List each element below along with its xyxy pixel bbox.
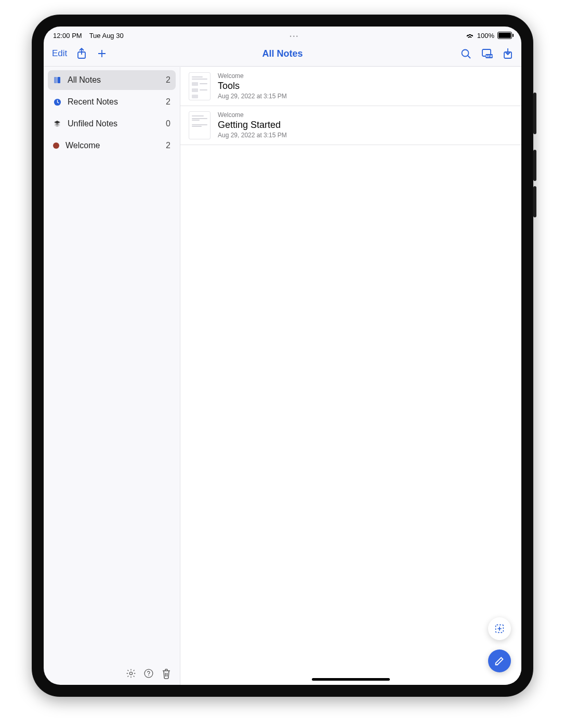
sidebar-item-label: All Notes [68,75,101,85]
sidebar-footer [44,662,180,685]
book-icon [53,76,61,84]
note-badge-icon[interactable]: NEW [481,48,493,59]
note-title: Getting Started [218,120,287,131]
multitask-dots-icon[interactable]: ••• [124,34,466,39]
svg-point-9 [129,672,132,674]
page-title: All Notes [125,48,440,59]
sidebar-item-count: 2 [166,141,170,150]
hw-button [533,93,536,134]
share-icon[interactable] [76,48,87,59]
svg-point-1 [462,50,469,57]
note-thumbnail [189,72,211,100]
status-bar: 12:00 PM Tue Aug 30 ••• 100% [44,27,521,41]
svg-rect-6 [54,77,57,83]
status-time: 12:00 PM [53,32,82,40]
search-icon[interactable] [460,48,471,59]
status-date: Tue Aug 30 [89,32,124,40]
note-title: Tools [218,81,287,92]
sidebar-item-all-notes[interactable]: All Notes2 [48,70,176,90]
edit-button[interactable]: Edit [52,48,67,59]
new-folder-icon[interactable] [96,48,108,59]
home-indicator[interactable] [312,678,390,681]
svg-point-10 [144,669,153,678]
sidebar-item-count: 0 [166,119,170,128]
sidebar-item-label: Recent Notes [68,97,118,107]
hw-button [533,150,536,181]
note-category: Welcome [218,72,287,80]
svg-point-11 [148,675,149,676]
note-row[interactable]: WelcomeToolsAug 29, 2022 at 3:15 PM [180,67,521,106]
sidebar: All Notes2Recent Notes2Unfiled Notes0Wel… [44,67,180,685]
sidebar-item-label: Welcome [65,141,100,150]
stack-icon [53,120,61,128]
note-thumbnail [189,111,211,139]
help-icon[interactable] [143,668,154,679]
ipad-frame: 12:00 PM Tue Aug 30 ••• 100% Edit [32,15,533,697]
sidebar-item-count: 2 [166,75,170,85]
note-date: Aug 29, 2022 at 3:15 PM [218,132,287,139]
compose-button[interactable] [488,649,511,672]
battery-icon [497,32,512,39]
screen: 12:00 PM Tue Aug 30 ••• 100% Edit [44,27,521,685]
svg-rect-7 [58,77,61,83]
sidebar-item-count: 2 [166,97,170,107]
note-date: Aug 29, 2022 at 3:15 PM [218,93,287,100]
trash-icon[interactable] [161,668,172,679]
clock-icon [53,98,61,106]
sidebar-item-unfiled-notes[interactable]: Unfiled Notes0 [48,114,176,134]
battery-percent: 100% [477,32,494,40]
import-icon[interactable] [503,48,513,59]
hw-button [533,186,536,217]
sidebar-item-label: Unfiled Notes [68,119,117,128]
sidebar-item-welcome[interactable]: Welcome2 [48,136,176,155]
note-row[interactable]: WelcomeGetting StartedAug 29, 2022 at 3:… [180,106,521,145]
toolbar: Edit All Notes [44,41,521,67]
note-category: Welcome [218,111,287,119]
svg-text:NEW: NEW [486,55,493,58]
category-dot-icon [53,142,59,149]
gear-icon[interactable] [126,668,136,679]
note-list-pane: WelcomeToolsAug 29, 2022 at 3:15 PMWelco… [180,67,521,685]
select-region-button[interactable] [488,617,511,640]
sidebar-item-recent-notes[interactable]: Recent Notes2 [48,92,176,112]
wifi-icon [466,33,474,39]
